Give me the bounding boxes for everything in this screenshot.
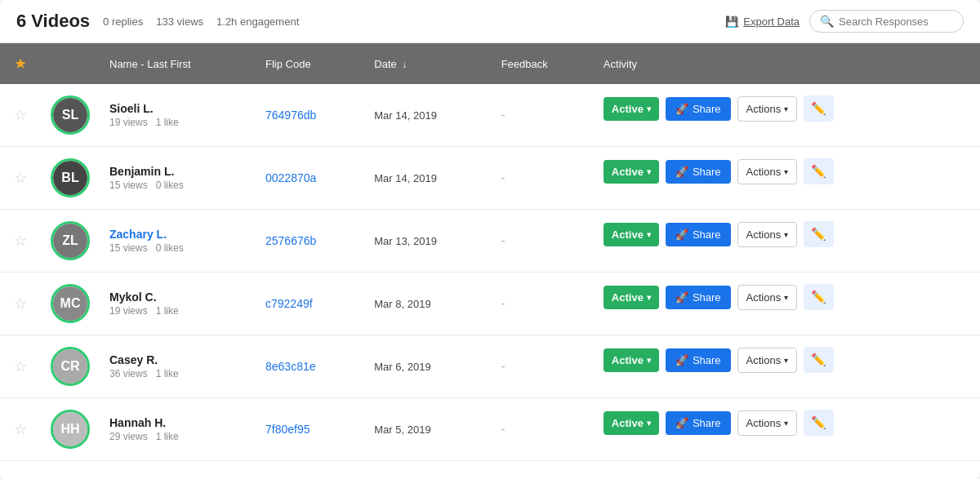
star-toggle[interactable]: ☆ (14, 107, 27, 123)
feedback-cell: - (492, 273, 594, 335)
avatar: CR (51, 347, 90, 386)
star-cell: ☆ (0, 398, 41, 461)
active-button[interactable]: Active ▾ (604, 348, 659, 372)
disk-icon: 💾 (725, 16, 738, 28)
star-toggle[interactable]: ☆ (14, 421, 27, 437)
edit-button[interactable]: ✏️ (804, 158, 834, 184)
stat-replies: 0 replies (103, 16, 143, 28)
star-toggle[interactable]: ☆ (14, 170, 27, 186)
active-chevron-icon: ▾ (647, 293, 651, 302)
flip-code-link[interactable]: 8e63c81e (265, 360, 316, 373)
edit-button[interactable]: ✏️ (804, 284, 834, 310)
name-cell: Casey R. 36 views 1 like (100, 335, 256, 398)
edit-button[interactable]: ✏️ (804, 95, 834, 122)
flip-code-cell: 8e63c81e (256, 335, 364, 398)
active-label: Active (612, 103, 644, 115)
student-name: Benjamin L. (109, 165, 246, 178)
rocket-icon: 🚀 (675, 417, 688, 429)
actions-button[interactable]: Actions ▾ (737, 159, 798, 184)
share-label: Share (693, 166, 721, 178)
search-box: 🔍 (809, 10, 964, 33)
table-row: ☆ HH Hannah H. 29 views 1 like 7f80ef95 … (0, 398, 980, 461)
avatar-initials: CR (53, 349, 87, 384)
active-button[interactable]: Active ▾ (604, 97, 659, 121)
actions-button[interactable]: Actions ▾ (737, 410, 798, 436)
search-icon: 🔍 (820, 15, 834, 28)
avatar: HH (51, 410, 90, 449)
actions-label: Actions (746, 291, 782, 304)
edit-button[interactable]: ✏️ (804, 347, 834, 373)
name-cell: Hannah H. 29 views 1 like (100, 398, 256, 461)
share-button[interactable]: 🚀 Share (666, 160, 731, 184)
pencil-icon: ✏️ (811, 290, 826, 304)
actions-label: Actions (746, 354, 782, 366)
flip-code-link[interactable]: 764976db (265, 109, 316, 122)
student-name: Hannah H. (109, 416, 246, 429)
actions-chevron-icon: ▾ (784, 230, 788, 239)
avatar-cell: ZL (41, 210, 100, 273)
flip-code-cell: 2576676b (256, 210, 364, 273)
flip-code-link[interactable]: c792249f (265, 297, 313, 310)
stat-views: 133 views (156, 16, 203, 28)
actions-button[interactable]: Actions ▾ (737, 96, 798, 122)
col-activity: Activity (594, 43, 980, 84)
col-name: Name - Last First (100, 43, 256, 84)
actions-chevron-icon: ▾ (784, 293, 788, 302)
active-button[interactable]: Active ▾ (604, 411, 659, 435)
avatar-cell: BL (41, 147, 100, 210)
name-cell: Benjamin L. 15 views 0 likes (100, 147, 256, 210)
actions-label: Actions (746, 166, 782, 178)
flip-code-link[interactable]: 0022870a (265, 171, 316, 184)
student-meta: 29 views 1 like (109, 431, 246, 442)
rocket-icon: 🚀 (675, 354, 688, 366)
student-meta: 19 views 1 like (109, 117, 246, 128)
actions-chevron-icon: ▾ (784, 356, 788, 365)
edit-button[interactable]: ✏️ (804, 221, 834, 247)
edit-button[interactable]: ✏️ (804, 410, 834, 436)
page-title: 6 Videos (16, 11, 90, 32)
avatar: SL (51, 95, 90, 135)
active-button[interactable]: Active ▾ (604, 160, 659, 184)
actions-button[interactable]: Actions ▾ (737, 285, 798, 310)
flip-code-link[interactable]: 2576676b (265, 234, 316, 247)
sort-icon: ↓ (402, 59, 407, 70)
avatar-initials: HH (53, 412, 87, 446)
share-button[interactable]: 🚀 Share (666, 97, 731, 121)
rocket-icon: 🚀 (675, 103, 688, 115)
share-button[interactable]: 🚀 Share (666, 223, 731, 246)
actions-button[interactable]: Actions ▾ (737, 222, 798, 247)
flip-code-link[interactable]: 7f80ef95 (265, 423, 310, 436)
star-toggle[interactable]: ☆ (14, 295, 27, 312)
share-button[interactable]: 🚀 Share (666, 286, 731, 309)
date-cell: Mar 8, 2019 (364, 273, 491, 335)
active-label: Active (612, 166, 644, 178)
share-button[interactable]: 🚀 Share (666, 348, 731, 372)
active-button[interactable]: Active ▾ (604, 286, 659, 309)
active-label: Active (612, 417, 644, 429)
student-name: Mykol C. (109, 291, 246, 304)
activity-cell: Active ▾ 🚀 Share Actions ▾ ✏️ (594, 398, 980, 447)
active-chevron-icon: ▾ (647, 104, 651, 113)
search-input[interactable] (839, 16, 953, 28)
avatar: MC (51, 284, 90, 323)
star-header-icon: ★ (14, 55, 27, 72)
export-button[interactable]: 💾 Export Data (725, 16, 800, 28)
actions-button[interactable]: Actions ▾ (737, 348, 798, 373)
pencil-icon: ✏️ (811, 415, 826, 430)
avatar-cell: SL (41, 84, 100, 147)
activity-cell: Active ▾ 🚀 Share Actions ▾ ✏️ (594, 335, 980, 384)
star-cell: ☆ (0, 147, 41, 210)
star-toggle[interactable]: ☆ (14, 233, 27, 249)
active-label: Active (612, 354, 644, 366)
avatar-initials: MC (53, 286, 87, 321)
avatar-cell: CR (41, 335, 100, 398)
activity-cell: Active ▾ 🚀 Share Actions ▾ ✏️ (594, 210, 980, 259)
flip-code-cell: c792249f (256, 273, 364, 335)
name-cell: Mykol C. 19 views 1 like (100, 273, 256, 335)
stat-engagement: 1.2h engagement (216, 16, 299, 28)
col-feedback: Feedback (492, 43, 594, 84)
active-button[interactable]: Active ▾ (604, 223, 659, 246)
star-toggle[interactable]: ☆ (14, 358, 27, 375)
share-button[interactable]: 🚀 Share (666, 411, 731, 435)
student-name: Casey R. (109, 353, 246, 366)
